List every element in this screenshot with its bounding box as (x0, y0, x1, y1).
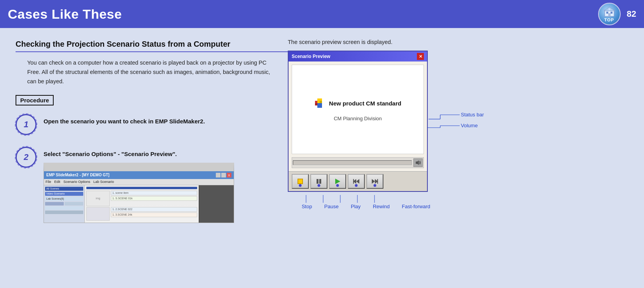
left-column: Checking the Projection Scenario Status … (16, 39, 272, 235)
svg-rect-11 (320, 101, 322, 103)
ff-dot (374, 184, 376, 187)
rewind-button[interactable] (348, 174, 365, 189)
svg-rect-10 (315, 103, 317, 105)
svg-text:Volume: Volume (461, 123, 478, 128)
svg-point-5 (608, 8, 610, 10)
play-label: Play (351, 204, 360, 209)
section-heading: Checking the Projection Scenario Status … (16, 39, 272, 49)
svg-marker-12 (416, 160, 419, 165)
step-2-text: Select "Scenario Options" - "Scenario Pr… (44, 150, 272, 158)
svg-rect-1 (606, 12, 608, 14)
preview-logo: New product CM standard (314, 98, 401, 109)
preview-window-title: Scenario Preview (292, 54, 330, 59)
controls-label-row: Stop Pause Play Rewind Fast-forward (296, 195, 436, 209)
preview-titlebar: Scenario Preview ✕ (289, 51, 427, 61)
page-title: Cases Like These (8, 7, 122, 22)
svg-rect-2 (611, 12, 612, 14)
header: Cases Like These TOP 82 (0, 0, 644, 28)
svg-rect-15 (317, 179, 318, 184)
procedure-box: Procedure (16, 95, 54, 105)
controls-labels: Stop Pause Play Rewind Fast-forward (292, 195, 432, 209)
step-2-screenshot: EMP SlideMaker2 - [MY DEMO GT] x FileEdi… (44, 163, 234, 223)
preview-outer: Scenario Preview ✕ (288, 51, 428, 192)
preview-progress-bar (293, 160, 412, 165)
stop-dot (299, 184, 302, 187)
svg-rect-9 (317, 103, 322, 108)
fast-forward-label: Fast-forward (402, 204, 430, 209)
rewind-dot (355, 184, 358, 187)
step-2-content: Select "Scenario Options" - "Scenario Pr… (44, 147, 272, 223)
svg-rect-3 (608, 13, 611, 16)
svg-marker-21 (372, 179, 375, 184)
rewind-label: Rewind (373, 204, 390, 209)
section-description: You can check on a computer how a create… (27, 58, 272, 86)
step-2: 2 Select "Scenario Options" - "Scenario … (16, 147, 272, 223)
fast-forward-button[interactable] (366, 174, 383, 189)
header-right: TOP 82 (598, 3, 636, 25)
pause-button[interactable] (310, 174, 327, 189)
preview-statusbar (292, 157, 424, 168)
play-button[interactable] (329, 174, 346, 189)
play-dot (336, 184, 339, 187)
title-underline (16, 51, 299, 52)
svg-marker-17 (335, 179, 340, 184)
svg-text:Status bar: Status bar (461, 112, 484, 118)
preview-body: New product CM standard CM Planning Divi… (289, 61, 427, 171)
top-icon[interactable]: TOP (598, 3, 621, 25)
preview-slide-title: New product CM standard (329, 100, 401, 107)
svg-rect-16 (319, 179, 321, 184)
preview-canvas: New product CM standard CM Planning Divi… (292, 65, 424, 154)
preview-close-button[interactable]: ✕ (417, 53, 424, 60)
scenario-preview-window: Scenario Preview ✕ (288, 51, 428, 192)
preview-controls (289, 171, 427, 191)
right-column: The scenario preview screen is displayed… (288, 39, 628, 235)
step-1: 1 Open the scenario you want to check in… (16, 114, 272, 135)
svg-rect-20 (353, 179, 354, 184)
page-number: 82 (627, 9, 636, 19)
step-2-number: 2 (16, 147, 37, 168)
step-1-text: Open the scenario you want to check in E… (44, 117, 272, 125)
svg-marker-19 (356, 179, 359, 184)
pause-dot (318, 184, 320, 187)
step-1-number: 1 (16, 114, 37, 135)
volume-icon-svg (415, 160, 421, 166)
preview-logo-icon (314, 98, 326, 109)
building-icon (603, 6, 616, 17)
step-1-content: Open the scenario you want to check in E… (44, 114, 272, 130)
main-content: Checking the Projection Scenario Status … (0, 28, 644, 242)
callout-svg: Status bar Volume (429, 51, 506, 175)
stop-button[interactable] (292, 174, 309, 189)
preview-volume-icon[interactable] (413, 158, 423, 167)
svg-rect-23 (377, 179, 378, 184)
stop-label: Stop (302, 204, 312, 209)
right-intro: The scenario preview screen is displayed… (288, 39, 628, 45)
pause-label: Pause (324, 204, 339, 209)
svg-rect-14 (298, 179, 302, 183)
preview-slide-subtitle: CM Planning Division (334, 116, 382, 121)
top-label: TOP (604, 18, 614, 22)
